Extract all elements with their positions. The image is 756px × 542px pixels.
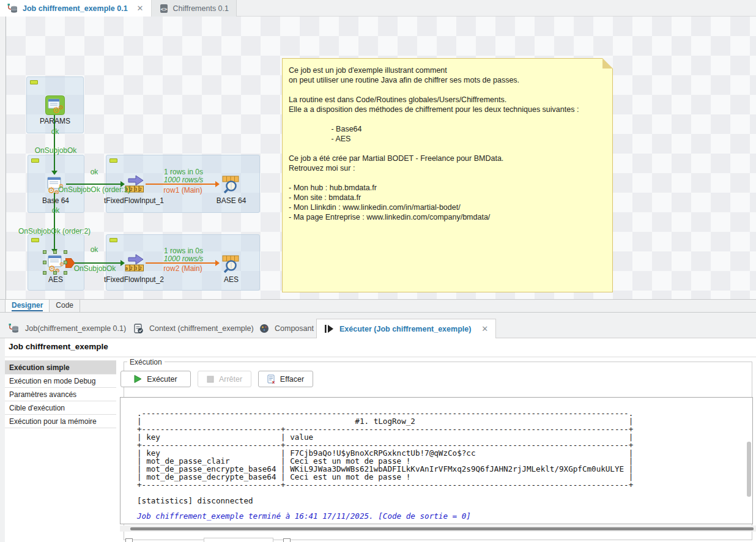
selection-handle[interactable] [53, 271, 57, 275]
subjob-flag-icon [31, 238, 39, 242]
divider [5, 357, 756, 357]
console-output: .---------------------------------------… [137, 409, 752, 505]
statistics-checkbox[interactable] [125, 538, 133, 542]
subjob-flag-icon [109, 158, 117, 163]
execution-console[interactable]: .---------------------------------------… [120, 397, 753, 524]
component-icon [259, 324, 269, 333]
status-ok-label: ok [91, 245, 98, 254]
selection-handle[interactable] [43, 261, 46, 264]
status-ok-label: ok [91, 168, 98, 176]
effacer-button[interactable]: Effacer [258, 371, 313, 387]
context-icon [133, 324, 144, 333]
tab-composant[interactable]: Composant [259, 319, 314, 338]
selection-handle[interactable] [53, 250, 57, 254]
editor-tab-bar: Job chiffrement_exemple 0.1 ✕ Chiffremen… [0, 0, 756, 17]
sidebar-item-parametres-avances[interactable]: Paramètres avancés [5, 388, 116, 401]
executer-button[interactable]: Exécuter [120, 371, 191, 387]
arrowhead-right-icon [215, 181, 220, 187]
component-label-tlogrow1: BASE 64 [217, 196, 246, 205]
status-ok-label: ok [51, 127, 59, 136]
arrowhead-right-icon [120, 260, 125, 266]
tlogrow2-component-icon[interactable] [221, 254, 240, 273]
note-fold-corner-icon [602, 58, 613, 69]
view-tab-bar: Designer Code [0, 299, 756, 313]
tfixedflowinput2-component-icon[interactable]: a232 [125, 253, 144, 273]
tab-context[interactable]: Context (chiffrement_exemple) [133, 319, 254, 338]
sticky-note[interactable]: Ce job est un job d'exemple illustrant c… [282, 58, 613, 292]
tab-label: Chiffrements 0.1 [173, 4, 229, 13]
component-label-params: PARAMS [40, 117, 70, 125]
aes-component-icon[interactable] [46, 253, 65, 272]
execution-group-label: Exécution [127, 358, 165, 366]
flow2-rate-label: 1000 rows/s [164, 254, 204, 263]
component-label-tfixedflowinput2: tFixedFlowInput_2 [104, 275, 164, 284]
sidebar-item-execution-simple[interactable]: Exécution simple [5, 361, 116, 374]
link-label-onsubjobok-aes[interactable]: OnSubjobOk [74, 264, 116, 273]
subjob-flag-icon [109, 238, 117, 242]
subjob-flag-icon [30, 80, 38, 84]
trace-checkbox[interactable] [283, 538, 291, 542]
tab-job-chiffrement-exemple[interactable]: Job chiffrement_exemple 0.1 ✕ [0, 0, 152, 17]
params-component-icon[interactable] [45, 95, 65, 115]
run-icon [324, 324, 334, 333]
link-line-aes-tfixed2[interactable] [75, 262, 121, 264]
canvas-left-margin [0, 17, 6, 299]
tab-label: Job chiffrement_exemple 0.1 [23, 4, 128, 13]
link-label-onsubjobok-order2[interactable]: OnSubjobOk (order:2) [18, 227, 91, 236]
selection-handle[interactable] [64, 250, 67, 254]
talend-studio-window: Job chiffrement_exemple 0.1 ✕ Chiffremen… [0, 0, 756, 542]
component-label-tlogrow2: AES [224, 275, 239, 284]
tab-executer[interactable]: Exécuter (Job chiffrement_exemple) ✕ [316, 319, 496, 338]
job-icon [7, 4, 18, 13]
arrowhead-right-icon [215, 260, 220, 266]
component-label-base64: Base 64 [42, 196, 69, 205]
flow1-rows-label: 1 rows in 0s [164, 168, 203, 176]
panel-gap [0, 313, 756, 319]
sidebar-item-execution-memoire[interactable]: Exécution pour la mémoire [5, 415, 116, 428]
flow2-name-label[interactable]: row2 (Main) [163, 264, 202, 273]
status-ok-label: ok [52, 206, 60, 215]
selection-handle[interactable] [64, 271, 67, 275]
tab-job-properties[interactable]: Job(chiffrement_exemple 0.1) [9, 319, 126, 338]
svg-text:a232: a232 [125, 266, 144, 271]
flow2-rows-label: 1 rows in 0s [164, 247, 203, 255]
note-text: Ce job est un job d'exemple illustrant c… [289, 65, 579, 222]
selection-handle[interactable] [64, 261, 67, 264]
run-view-title: Job chiffrement_exemple [9, 342, 108, 351]
tab-code[interactable]: Code [50, 300, 80, 312]
bottom-panel-tab-bar: Job(chiffrement_exemple 0.1) Context (ch… [0, 319, 756, 338]
tlogrow1-component-icon[interactable] [221, 174, 240, 194]
tab-designer[interactable]: Designer [5, 300, 50, 312]
clear-icon [267, 374, 275, 384]
code-file-icon [159, 4, 169, 13]
link-label-onsubjobok-order1[interactable]: OnSubjobOk (order:1) [58, 185, 130, 194]
sidebar-item-cible-execution[interactable]: Cible d'exécution [5, 401, 116, 415]
close-icon[interactable]: ✕ [137, 4, 144, 13]
component-label-tfixedflowinput1: tFixedFlowInput_1 [104, 196, 164, 205]
sidebar-item-execution-debug[interactable]: Exécution en mode Debug [5, 374, 116, 388]
arreter-button: Arrêter [198, 371, 251, 387]
console-vertical-scrollbar[interactable] [747, 442, 751, 497]
job-icon [9, 324, 20, 333]
component-label-aes: AES [48, 275, 63, 284]
link-label-onsubjobok[interactable]: OnSubjobOk [35, 146, 77, 155]
stop-icon [207, 376, 214, 383]
tab-chiffrements[interactable]: Chiffrements 0.1 [152, 0, 237, 17]
link-line-base64-tfixed1[interactable] [66, 184, 121, 185]
play-icon [134, 375, 142, 383]
flow1-name-label[interactable]: row1 (Main) [163, 186, 202, 195]
selection-handle[interactable] [43, 271, 46, 275]
flow1-rate-label: 1000 rows/s [164, 176, 204, 184]
subjob-flag-icon [31, 158, 39, 163]
close-icon[interactable]: ✕ [481, 324, 488, 333]
console-status-line: Job chiffrement_exemple terminé à 16:41 … [137, 512, 752, 520]
selection-handle[interactable] [43, 250, 46, 254]
cutoff-input-field[interactable] [204, 538, 273, 542]
execution-sidebar: Exécution simple Exécution en mode Debug… [5, 360, 116, 428]
left-margin [0, 338, 5, 542]
horizontal-scrollbar-thumb[interactable] [130, 527, 754, 530]
